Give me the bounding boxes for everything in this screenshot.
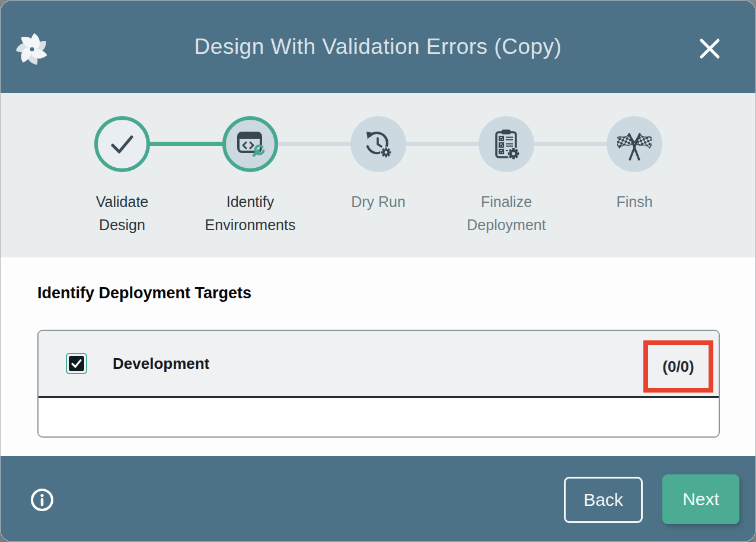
- stepper-step-finish: Finsh: [570, 93, 698, 213]
- step-label: Dry Run: [327, 190, 429, 213]
- wizard-stepper: Validate Design Identify Environments: [1, 93, 755, 257]
- check-icon: [105, 127, 139, 161]
- clipboard-gear-icon: [490, 127, 522, 161]
- step-label: Finalize Deployment: [455, 190, 557, 237]
- next-button[interactable]: Next: [662, 474, 739, 524]
- stepper-step-identify-environments: Identify Environments: [186, 93, 314, 237]
- close-icon[interactable]: [696, 34, 724, 63]
- target-count: (0/0): [662, 358, 694, 376]
- annotation-highlight-box: (0/0): [643, 340, 713, 393]
- step-circle-upcoming[interactable]: [479, 116, 534, 172]
- checkbox-checked-state: [69, 356, 84, 371]
- step-label: Identify Environments: [199, 190, 301, 237]
- step-circle-upcoming[interactable]: [350, 116, 406, 172]
- deployment-targets-list: Development (0/0): [37, 330, 720, 438]
- development-checkbox[interactable]: [66, 353, 87, 374]
- stepper-step-dry-run: Dry Run: [314, 93, 442, 213]
- modal-footer: Back Next: [1, 456, 755, 542]
- checkmark-icon: [70, 357, 83, 370]
- deployment-wizard-modal: Design With Validation Errors (Copy) Val…: [0, 0, 756, 542]
- checkered-flags-icon: [617, 127, 652, 161]
- back-button[interactable]: Back: [564, 477, 643, 523]
- step-label: Validate Design: [71, 190, 173, 237]
- modal-title: Design With Validation Errors (Copy): [1, 1, 755, 93]
- stepper-step-validate-design: Validate Design: [58, 93, 186, 237]
- target-row-development: Development (0/0): [39, 331, 719, 398]
- stepper-step-finalize-deployment: Finalize Deployment: [442, 93, 570, 237]
- page-title: Identify Deployment Targets: [37, 284, 251, 302]
- modal-header: Design With Validation Errors (Copy): [1, 1, 755, 93]
- step-circle-complete[interactable]: [94, 116, 150, 172]
- history-gear-icon: [362, 128, 394, 160]
- step-circle-active[interactable]: [222, 116, 278, 172]
- code-window-wrench-icon: [234, 129, 266, 159]
- step-label: Finsh: [583, 190, 685, 213]
- info-icon[interactable]: [29, 487, 55, 513]
- target-label: Development: [113, 355, 209, 373]
- wizard-body: Identify Deployment Targets Development …: [1, 257, 755, 456]
- step-circle-upcoming[interactable]: [607, 116, 662, 172]
